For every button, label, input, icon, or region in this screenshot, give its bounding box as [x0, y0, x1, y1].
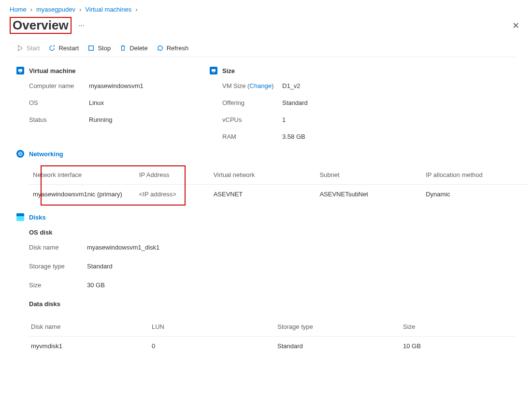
disks-heading[interactable]: Disks	[16, 213, 516, 221]
label-offering: Offering	[222, 99, 280, 106]
restart-icon	[48, 44, 56, 52]
label-vmsize: VM Size (Change)	[222, 82, 280, 89]
col-vnet: Virtual network	[210, 165, 316, 185]
label-ram: RAM	[222, 133, 280, 140]
networking-heading[interactable]: Networking	[16, 150, 516, 158]
cell-dd-lun: 0	[150, 337, 275, 356]
start-button: Start	[16, 44, 40, 52]
restart-button[interactable]: Restart	[48, 44, 79, 52]
value-diskname: myasewindowsvm1_disk1	[87, 244, 516, 251]
change-link[interactable]: Change	[249, 82, 272, 89]
more-menu-icon[interactable]: ···	[76, 21, 86, 30]
toolbar: Start Restart Stop Delete Refresh	[16, 36, 516, 57]
col-dd-storage: Storage type	[275, 317, 401, 337]
col-dd-lun: LUN	[150, 317, 275, 337]
col-dd-size: Size	[401, 317, 516, 337]
value-computer: myasewindowsvm1	[89, 82, 181, 89]
cell-dd-size: 10 GB	[401, 337, 516, 356]
cell-alloc: Dynamic	[422, 185, 528, 204]
value-ram: 3.58 GB	[282, 133, 374, 140]
breadcrumb: Home › myasegpudev › Virtual machines ›	[10, 4, 522, 17]
play-icon	[16, 44, 24, 52]
delete-icon	[119, 44, 127, 52]
value-storagetype: Standard	[87, 263, 516, 270]
svg-rect-3	[212, 69, 216, 72]
cell-vnet: ASEVNET	[210, 185, 316, 204]
label-computer: Computer name	[29, 82, 87, 89]
refresh-icon	[157, 44, 164, 52]
osdisk-heading: OS disk	[29, 229, 516, 236]
label-size: Size	[29, 281, 87, 289]
page-title: Overview	[10, 17, 72, 34]
cell-nic: myasewindowsvm1nic (primary)	[29, 185, 135, 204]
chevron-right-icon: ›	[30, 6, 32, 13]
cell-dd-name: myvmdisk1	[29, 337, 150, 356]
breadcrumb-home[interactable]: Home	[10, 6, 27, 13]
stop-icon	[87, 44, 95, 52]
chevron-right-icon: ›	[135, 6, 137, 13]
value-os: Linux	[89, 99, 181, 106]
svg-rect-4	[213, 72, 215, 73]
value-status: Running	[89, 116, 181, 123]
cell-subnet: ASEVNETsubNet	[316, 185, 422, 204]
vm-section: Virtual machine Computer name myasewindo…	[16, 67, 181, 140]
size-icon	[210, 67, 217, 74]
close-icon[interactable]: ✕	[509, 17, 522, 34]
networking-table: Network interface IP Address Virtual net…	[29, 165, 528, 204]
datadisks-heading: Data disks	[29, 300, 516, 308]
label-status: Status	[29, 116, 87, 123]
size-section: Size VM Size (Change) D1_v2 Offering Sta…	[210, 67, 374, 140]
datadisks-table: Disk name LUN Storage type Size myvmdisk…	[29, 317, 516, 355]
label-vcpus: vCPUs	[222, 116, 280, 123]
value-vcpus: 1	[282, 116, 374, 123]
cell-ip: <IP address>	[135, 185, 210, 204]
col-dd-name: Disk name	[29, 317, 150, 337]
refresh-button[interactable]: Refresh	[157, 44, 189, 52]
chevron-right-icon: ›	[79, 6, 81, 13]
size-heading: Size	[222, 67, 235, 74]
value-offering: Standard	[282, 99, 374, 106]
col-subnet: Subnet	[316, 165, 422, 185]
networking-section: Networking Network interface IP Address …	[10, 140, 522, 204]
disks-icon	[16, 213, 24, 221]
vm-heading: Virtual machine	[29, 67, 76, 74]
svg-rect-0	[89, 46, 93, 50]
col-ip: IP Address	[135, 165, 210, 185]
label-diskname: Disk name	[29, 244, 87, 251]
delete-button[interactable]: Delete	[119, 44, 148, 52]
label-storagetype: Storage type	[29, 263, 87, 270]
stop-button[interactable]: Stop	[87, 44, 111, 52]
col-alloc: IP allocation method	[422, 165, 528, 185]
disks-section: Disks OS disk Disk name myasewindowsvm1_…	[10, 204, 522, 355]
breadcrumb-vm[interactable]: Virtual machines	[85, 6, 131, 13]
table-row[interactable]: myasewindowsvm1nic (primary) <IP address…	[29, 185, 528, 204]
label-os: OS	[29, 99, 87, 106]
vm-icon	[16, 67, 24, 74]
col-nic: Network interface	[29, 165, 135, 185]
svg-rect-2	[19, 72, 21, 73]
value-vmsize: D1_v2	[282, 82, 374, 89]
networking-icon	[16, 150, 24, 158]
cell-dd-storage: Standard	[275, 337, 401, 356]
value-size: 30 GB	[87, 281, 516, 289]
table-row[interactable]: myvmdisk1 0 Standard 10 GB	[29, 337, 516, 356]
breadcrumb-resource[interactable]: myasegpudev	[36, 6, 75, 13]
svg-rect-1	[18, 69, 22, 72]
